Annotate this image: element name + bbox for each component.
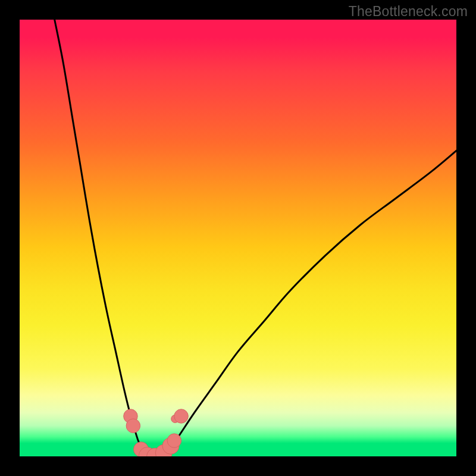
watermark-text: TheBottleneck.com <box>349 4 468 20</box>
left-curve <box>55 20 145 456</box>
curve-layer <box>55 20 456 456</box>
plot-area <box>20 20 456 456</box>
data-marker <box>167 434 181 447</box>
data-marker <box>126 419 140 433</box>
right-curve <box>162 151 456 456</box>
data-marker <box>174 409 188 423</box>
outer-frame: TheBottleneck.com <box>0 0 476 476</box>
marker-layer <box>124 409 189 456</box>
chart-svg <box>20 20 456 456</box>
